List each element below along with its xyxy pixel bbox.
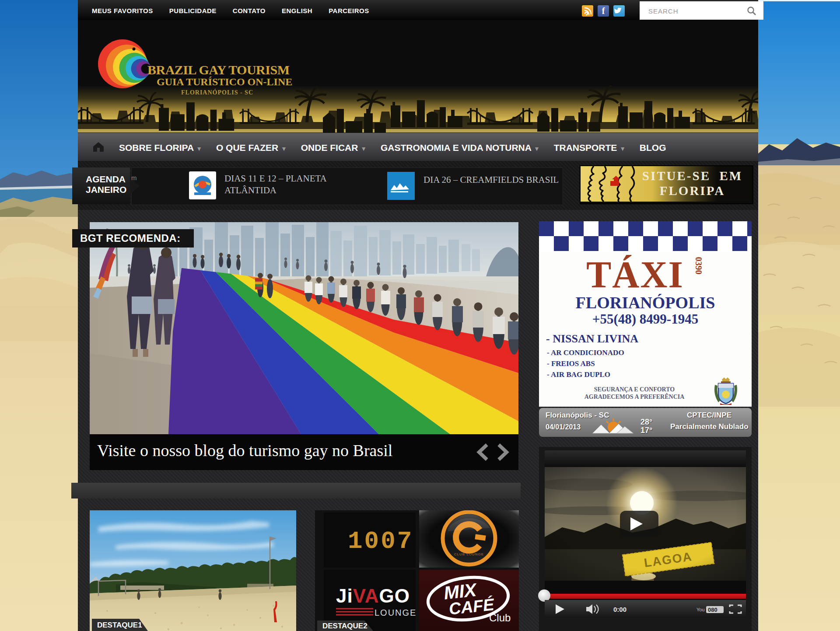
svg-text:0:00: 0:00 xyxy=(613,606,626,613)
svg-text:CLUB LOUNGE: CLUB LOUNGE xyxy=(454,552,484,556)
svg-text:You: You xyxy=(696,607,705,612)
svg-text:Club: Club xyxy=(489,612,511,624)
svg-text:080: 080 xyxy=(708,607,718,613)
